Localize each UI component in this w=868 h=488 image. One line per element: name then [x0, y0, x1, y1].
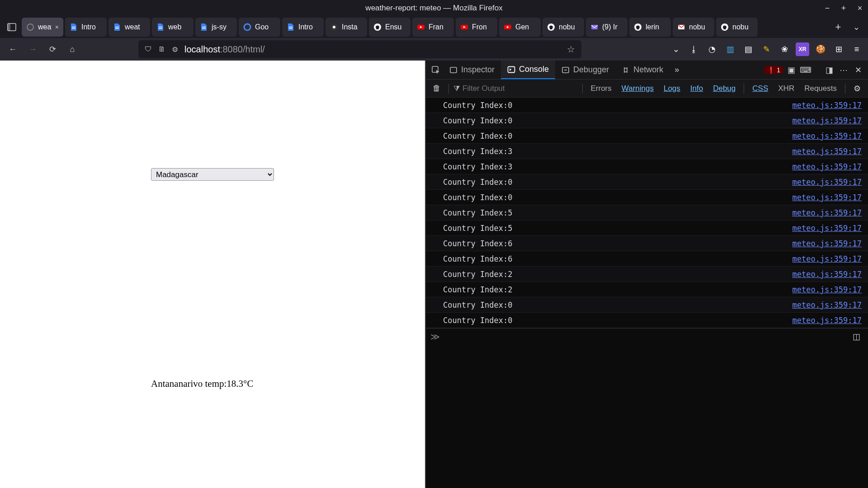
log-source-link[interactable]: meteo.js:359:17	[792, 101, 862, 110]
browser-tab[interactable]: web	[152, 18, 193, 37]
devtools-close-icon[interactable]: ✕	[851, 65, 865, 75]
new-tab-button[interactable]: +	[830, 19, 846, 35]
url-bar[interactable]: 🛡 🗎 ⚙ localhost:8080/html/ ☆	[138, 40, 581, 58]
window-close-button[interactable]: ×	[852, 4, 868, 13]
pocket-icon[interactable]: ⌄	[669, 42, 683, 56]
reload-button[interactable]: ⟳	[44, 41, 61, 57]
console-log-row[interactable]: Country Index:6meteo.js:359:17	[426, 251, 868, 267]
downloads-icon[interactable]: ⭳	[687, 42, 701, 56]
filter-css[interactable]: CSS	[749, 83, 772, 94]
list-all-tabs-button[interactable]: ⌄	[848, 19, 864, 35]
back-button[interactable]: ←	[5, 41, 21, 57]
browser-tab[interactable]: Fran	[412, 18, 454, 37]
console-input[interactable]: ≫ ◫	[426, 328, 868, 344]
console-log-row[interactable]: Country Index:5meteo.js:359:17	[426, 221, 868, 236]
console-log-row[interactable]: Country Index:2meteo.js:359:17	[426, 267, 868, 282]
browser-tab[interactable]: js-sy	[195, 18, 237, 37]
tab-close-icon[interactable]: ×	[55, 23, 59, 31]
browser-tab[interactable]: Fron	[456, 18, 497, 37]
permissions-icon[interactable]: ⚙	[172, 45, 178, 54]
browser-tab[interactable]: Intro	[282, 18, 324, 37]
extension-icon[interactable]: 🍪	[814, 42, 827, 56]
browser-tab[interactable]: Intro	[65, 18, 107, 37]
extensions-button[interactable]: ⊞	[832, 42, 845, 56]
log-source-link[interactable]: meteo.js:359:17	[792, 239, 862, 248]
log-source-link[interactable]: meteo.js:359:17	[792, 224, 862, 233]
console-log-row[interactable]: Country Index:0meteo.js:359:17	[426, 128, 868, 144]
responsive-mode-icon[interactable]: ▣	[784, 65, 798, 75]
extension-icon[interactable]: ▤	[741, 42, 755, 56]
split-console-icon[interactable]: ◫	[849, 332, 863, 342]
error-count-badge[interactable]: ❗1	[764, 66, 784, 74]
forward-button[interactable]: →	[24, 41, 41, 57]
log-source-link[interactable]: meteo.js:359:17	[792, 254, 862, 263]
tab-network[interactable]: Network	[615, 61, 670, 79]
keyboard-icon[interactable]: ⌨	[798, 65, 813, 75]
devtools-menu-icon[interactable]: ⋯	[836, 65, 851, 75]
log-source-link[interactable]: meteo.js:359:17	[792, 208, 862, 217]
country-select[interactable]: Madagascar	[151, 168, 274, 181]
log-source-link[interactable]: meteo.js:359:17	[792, 300, 862, 310]
browser-tab[interactable]: nobu	[542, 18, 584, 37]
filter-xhr[interactable]: XHR	[774, 83, 798, 94]
filter-info[interactable]: Info	[687, 83, 707, 94]
window-maximize-button[interactable]: +	[835, 4, 852, 13]
browser-tab[interactable]: Goo	[239, 18, 280, 37]
tab-console[interactable]: Console	[501, 61, 555, 79]
log-source-link[interactable]: meteo.js:359:17	[792, 193, 862, 202]
browser-tab[interactable]: nobu	[673, 18, 714, 37]
console-settings-icon[interactable]: ⚙	[850, 84, 864, 94]
filter-errors[interactable]: Errors	[587, 83, 615, 94]
console-log-row[interactable]: Country Index:0meteo.js:359:17	[426, 98, 868, 113]
browser-tab[interactable]: weat	[108, 18, 150, 37]
browser-tab[interactable]: Ensu	[369, 18, 410, 37]
devtools-overflow-icon[interactable]: »	[670, 65, 684, 75]
extension-icon[interactable]: ❀	[778, 42, 791, 56]
console-log-row[interactable]: Country Index:6meteo.js:359:17	[426, 236, 868, 251]
console-log-row[interactable]: Country Index:0meteo.js:359:17	[426, 113, 868, 128]
sidebar-toggle-button[interactable]	[4, 19, 20, 35]
filter-warnings[interactable]: Warnings	[618, 83, 657, 94]
log-source-link[interactable]: meteo.js:359:17	[792, 147, 862, 156]
log-source-link[interactable]: meteo.js:359:17	[792, 162, 862, 171]
tab-inspector[interactable]: Inspector	[443, 61, 501, 79]
console-log-list[interactable]: Country Index:0meteo.js:359:17Country In…	[426, 98, 868, 328]
browser-tab[interactable]: weatl×	[22, 18, 63, 37]
log-source-link[interactable]: meteo.js:359:17	[792, 285, 862, 294]
console-log-row[interactable]: Country Index:0meteo.js:359:17	[426, 313, 868, 328]
clear-console-icon[interactable]: 🗑	[429, 84, 444, 93]
bookmark-star-icon[interactable]: ☆	[567, 44, 575, 55]
console-log-row[interactable]: Country Index:0meteo.js:359:17	[426, 190, 868, 205]
app-menu-button[interactable]: ≡	[850, 42, 863, 56]
extension-icon[interactable]: ◔	[705, 42, 719, 56]
extension-icon[interactable]: XR	[796, 42, 809, 56]
page-info-icon[interactable]: 🗎	[158, 45, 165, 53]
extension-icon[interactable]: ✎	[760, 42, 773, 56]
browser-tab[interactable]: Insta	[326, 18, 367, 37]
browser-tab[interactable]: nobu	[716, 18, 758, 37]
console-log-row[interactable]: Country Index:2meteo.js:359:17	[426, 282, 868, 297]
filter-debug[interactable]: Debug	[709, 83, 739, 94]
browser-tab[interactable]: lerin	[629, 18, 671, 37]
browser-tab[interactable]: (9) Ir	[586, 18, 627, 37]
tab-debugger[interactable]: Debugger	[555, 61, 615, 79]
console-log-row[interactable]: Country Index:5meteo.js:359:17	[426, 205, 868, 221]
filter-logs[interactable]: Logs	[660, 83, 684, 94]
home-button[interactable]: ⌂	[64, 41, 80, 57]
extension-icon[interactable]: ▥	[723, 42, 737, 56]
console-log-row[interactable]: Country Index:3meteo.js:359:17	[426, 144, 868, 159]
pick-element-icon[interactable]	[429, 66, 443, 75]
dock-side-icon[interactable]: ◨	[822, 65, 836, 75]
log-source-link[interactable]: meteo.js:359:17	[792, 178, 862, 187]
log-source-link[interactable]: meteo.js:359:17	[792, 316, 862, 325]
filter-requests[interactable]: Requests	[801, 83, 840, 94]
window-minimize-button[interactable]: −	[819, 4, 835, 13]
console-log-row[interactable]: Country Index:3meteo.js:359:17	[426, 159, 868, 174]
browser-tab[interactable]: Gen	[499, 18, 541, 37]
filter-output-input[interactable]	[462, 84, 562, 93]
log-source-link[interactable]: meteo.js:359:17	[792, 131, 862, 141]
log-source-link[interactable]: meteo.js:359:17	[792, 270, 862, 279]
console-log-row[interactable]: Country Index:0meteo.js:359:17	[426, 297, 868, 313]
console-log-row[interactable]: Country Index:0meteo.js:359:17	[426, 174, 868, 190]
log-source-link[interactable]: meteo.js:359:17	[792, 116, 862, 125]
